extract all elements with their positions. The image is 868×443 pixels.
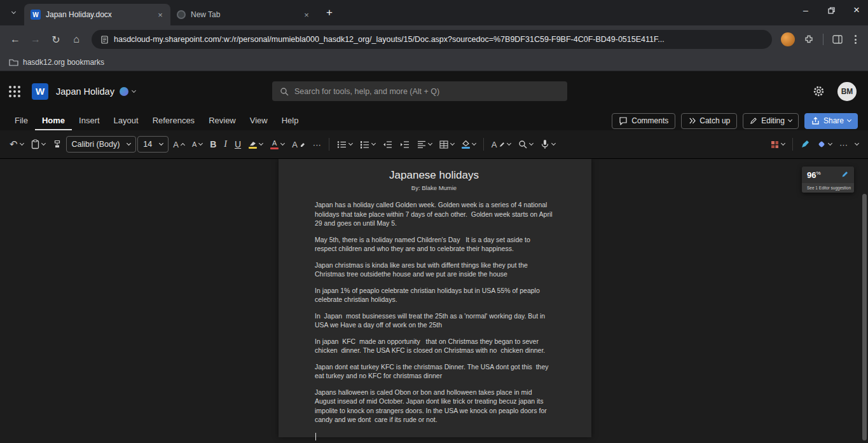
home-button[interactable]: ⌂ bbox=[66, 29, 86, 50]
scrollbar-thumb[interactable] bbox=[862, 194, 867, 440]
editing-label: Editing bbox=[761, 116, 785, 125]
doc-paragraph: Japan christmas is kinda like ares but w… bbox=[315, 261, 553, 279]
tab-help[interactable]: Help bbox=[275, 111, 306, 130]
side-panel-icon bbox=[832, 35, 843, 44]
tab-references[interactable]: References bbox=[146, 111, 202, 130]
bold-button[interactable]: B bbox=[207, 135, 219, 153]
divider bbox=[329, 138, 329, 151]
extensions-button[interactable] bbox=[799, 29, 819, 50]
tab-strip: W Japan Holiday.docx × New Tab × + – × bbox=[0, 0, 868, 25]
shading-button[interactable] bbox=[458, 135, 479, 153]
restore-button[interactable] bbox=[826, 5, 836, 15]
site-icon bbox=[100, 36, 109, 44]
clear-formatting-button[interactable]: A bbox=[289, 135, 308, 153]
more-font-options-button[interactable]: ··· bbox=[310, 135, 324, 153]
app-launcher-icon[interactable] bbox=[9, 86, 20, 97]
paint-bucket-icon bbox=[462, 140, 470, 146]
menu-right-actions: Comments Catch up Editing Share bbox=[612, 113, 860, 129]
share-button[interactable]: Share bbox=[804, 113, 858, 129]
office-search-box[interactable] bbox=[272, 81, 567, 101]
address-bar[interactable]: hasdcloud-my.sharepoint.com/:w:/r/person… bbox=[92, 30, 772, 49]
document-title[interactable]: Japan Holiday bbox=[56, 86, 114, 97]
copilot-button[interactable] bbox=[814, 135, 835, 153]
grow-font-button[interactable]: A bbox=[170, 135, 188, 153]
editor-score-card[interactable]: 96% See 1 Editor suggestion bbox=[802, 167, 854, 193]
tab-new-tab[interactable]: New Tab × bbox=[170, 4, 317, 25]
italic-button[interactable]: I bbox=[221, 135, 230, 153]
toolbar-right bbox=[777, 29, 863, 50]
numbering-button[interactable] bbox=[357, 135, 378, 153]
increase-indent-button[interactable] bbox=[397, 135, 413, 153]
doc-paragraph: Japan has a holiday called Golden week. … bbox=[315, 200, 553, 228]
tab-layout[interactable]: Layout bbox=[107, 111, 146, 130]
reload-button[interactable]: ↻ bbox=[46, 29, 66, 50]
settings-gear-icon[interactable] bbox=[813, 85, 825, 97]
highlighter-icon bbox=[249, 140, 257, 146]
format-painter-button[interactable] bbox=[50, 135, 65, 153]
paste-button[interactable] bbox=[28, 135, 48, 153]
find-button[interactable] bbox=[515, 135, 536, 153]
doc-status-icon bbox=[120, 87, 128, 96]
title-chevron-icon[interactable] bbox=[132, 88, 136, 92]
font-color-button[interactable]: A bbox=[267, 135, 287, 153]
new-tab-button[interactable]: + bbox=[320, 4, 338, 22]
minimize-button[interactable]: – bbox=[801, 5, 811, 15]
tab-home[interactable]: Home bbox=[35, 111, 72, 130]
comments-button[interactable]: Comments bbox=[612, 113, 675, 129]
word-logo-icon[interactable]: W bbox=[32, 83, 48, 100]
forward-button[interactable]: → bbox=[25, 29, 46, 50]
header-right: BM bbox=[813, 82, 859, 101]
ribbon-tabs: File Home Insert Layout References Revie… bbox=[0, 111, 868, 130]
decrease-indent-button[interactable] bbox=[380, 135, 396, 153]
undo-button[interactable]: ↶ bbox=[6, 135, 27, 153]
catch-up-label: Catch up bbox=[699, 116, 730, 125]
document-canvas: Japanese holidays By: Blake Mumie Japan … bbox=[0, 159, 868, 443]
font-size-select[interactable]: 14 bbox=[137, 136, 169, 153]
tab-close-icon[interactable]: × bbox=[301, 10, 312, 20]
designer-pen-icon bbox=[801, 140, 809, 149]
side-panel-button[interactable] bbox=[827, 29, 848, 50]
ribbon-overflow-button[interactable]: ··· bbox=[836, 135, 851, 153]
table-button[interactable] bbox=[436, 135, 457, 153]
tab-view[interactable]: View bbox=[243, 111, 275, 130]
font-name-select[interactable]: Calibri (Body) bbox=[66, 136, 137, 153]
shrink-font-button[interactable]: A bbox=[189, 135, 205, 153]
window-controls: – × bbox=[801, 5, 862, 15]
tab-japan-holiday[interactable]: W Japan Holiday.docx × bbox=[24, 4, 170, 25]
tab-insert[interactable]: Insert bbox=[72, 111, 107, 130]
tab-file[interactable]: File bbox=[8, 111, 35, 130]
profile-avatar[interactable] bbox=[781, 32, 795, 46]
tab-close-icon[interactable]: × bbox=[155, 10, 165, 20]
newtab-favicon-icon bbox=[177, 10, 186, 19]
close-window-button[interactable]: × bbox=[851, 5, 862, 15]
vertical-scrollbar[interactable] bbox=[862, 159, 867, 443]
catch-up-button[interactable]: Catch up bbox=[681, 113, 737, 129]
browser-menu-button[interactable] bbox=[854, 35, 857, 44]
document-page[interactable]: Japanese holidays By: Blake Mumie Japan … bbox=[279, 159, 591, 437]
tab-review[interactable]: Review bbox=[202, 111, 243, 130]
designer-button[interactable] bbox=[797, 135, 813, 153]
font-size-value: 14 bbox=[143, 140, 152, 149]
editor-score: 96% bbox=[807, 170, 821, 180]
addins-button[interactable] bbox=[768, 135, 788, 153]
editing-mode-button[interactable]: Editing bbox=[743, 113, 799, 129]
alignment-button[interactable] bbox=[414, 135, 435, 153]
styles-button[interactable]: A bbox=[488, 135, 514, 153]
tab-search-button[interactable] bbox=[5, 4, 22, 21]
align-left-icon bbox=[417, 140, 426, 149]
search-input[interactable] bbox=[294, 87, 560, 96]
user-avatar[interactable]: BM bbox=[837, 82, 857, 101]
back-button[interactable]: ← bbox=[5, 29, 25, 50]
dictate-button[interactable] bbox=[537, 135, 558, 153]
underline-button[interactable]: U bbox=[231, 135, 244, 153]
bullets-button[interactable] bbox=[334, 135, 355, 153]
restore-icon bbox=[828, 7, 835, 14]
format-painter-icon bbox=[53, 140, 62, 149]
search-icon bbox=[280, 87, 289, 96]
highlight-color-button[interactable] bbox=[245, 135, 266, 153]
bookmarks-folder-label[interactable]: hasdk12.org bookmarks bbox=[23, 58, 104, 67]
editor-suggestion-link[interactable]: See 1 Editor suggestion bbox=[802, 183, 854, 193]
collapse-ribbon-button[interactable] bbox=[852, 135, 862, 153]
clipboard-icon bbox=[31, 139, 39, 149]
bullet-list-icon bbox=[337, 140, 347, 149]
